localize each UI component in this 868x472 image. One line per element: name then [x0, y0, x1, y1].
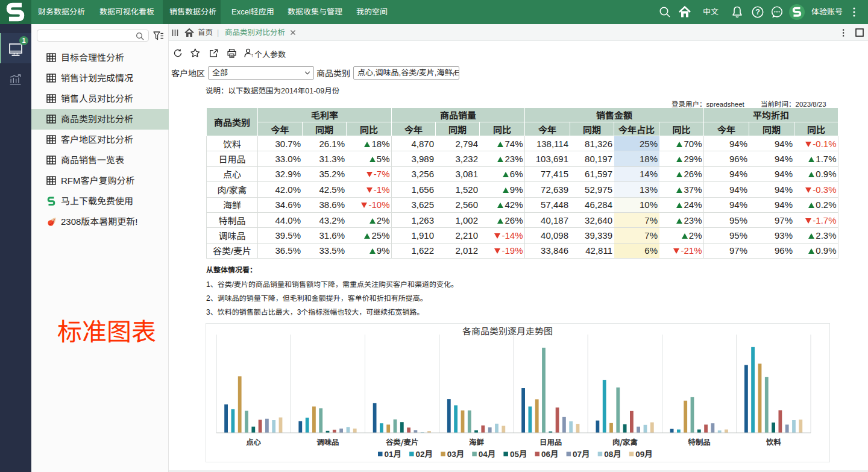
svg-text:肉/家禽: 肉/家禽 [612, 436, 638, 447]
svg-text:04月: 04月 [479, 450, 496, 459]
svg-text:06月: 06月 [541, 450, 559, 459]
svg-text:饮料: 饮料 [766, 436, 781, 447]
svg-text:海鲜: 海鲜 [469, 436, 484, 447]
svg-text:08月: 08月 [604, 450, 621, 459]
svg-text:特制品: 特制品 [688, 436, 711, 447]
svg-text:?: ? [755, 8, 760, 16]
svg-text:?: ? [251, 53, 253, 58]
svg-text:09月: 09月 [635, 450, 653, 459]
svg-text:谷类/麦片: 谷类/麦片 [386, 436, 418, 447]
svg-text:05月: 05月 [510, 450, 527, 459]
svg-text:01月: 01月 [385, 450, 402, 459]
svg-text:日用品: 日用品 [539, 436, 562, 447]
svg-text:各商品类别逐月走势图: 各商品类别逐月走势图 [462, 324, 553, 337]
svg-text:调味品: 调味品 [316, 436, 339, 447]
svg-text:03月: 03月 [447, 450, 465, 459]
svg-text:点心: 点心 [246, 436, 261, 447]
svg-text:07月: 07月 [573, 450, 590, 459]
svg-text:02月: 02月 [416, 450, 433, 459]
